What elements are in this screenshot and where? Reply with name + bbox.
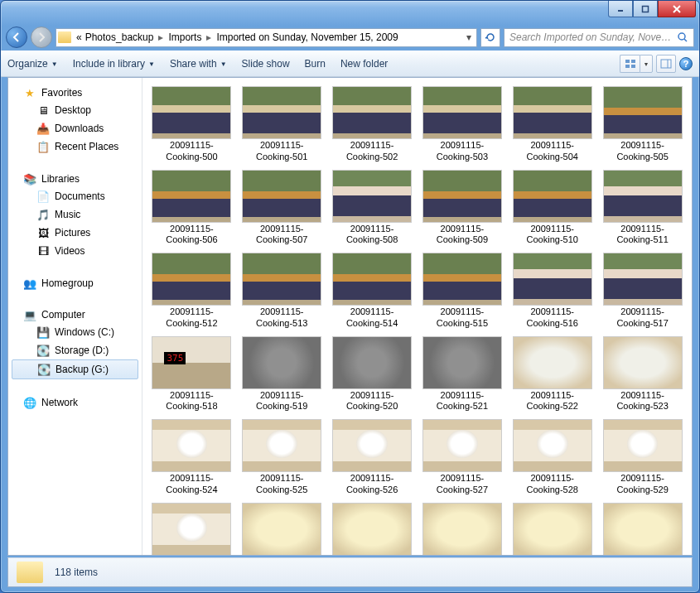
file-thumbnail[interactable]: 20091115-Cooking-500 [147,84,236,165]
thumbnail-image [152,336,231,389]
file-thumbnail[interactable] [147,501,236,556]
share-with-menu[interactable]: Share with▼ [170,58,227,70]
file-thumbnail[interactable]: 20091115-Cooking-522 [508,335,596,415]
thumbnail-label: 20091115-Cooking-506 [152,224,231,247]
organize-menu[interactable]: Organize▼ [7,58,58,70]
file-thumbnail[interactable]: 20091115-Cooking-525 [238,417,326,498]
file-thumbnail[interactable]: 20091115-Cooking-517 [598,251,687,331]
file-thumbnail[interactable]: 20091115-Cooking-505 [598,84,687,165]
thumbnail-image [332,170,412,223]
favorites-header[interactable]: ★Favorites [8,84,142,101]
thumbnail-image [242,336,321,389]
file-thumbnail[interactable]: 20091115-Cooking-509 [418,168,507,248]
sidebar-item-music[interactable]: 🎵Music [8,205,142,224]
file-thumbnail[interactable]: 20091115-Cooking-515 [418,251,507,331]
recent-icon: 📋 [36,140,50,153]
file-thumbnail[interactable] [598,501,687,556]
file-thumbnail[interactable] [508,501,596,556]
network-header[interactable]: 🌐Network [8,394,142,411]
thumbnail-image [513,253,592,306]
file-thumbnail[interactable]: 20091115-Cooking-529 [598,417,687,498]
breadcrumb-item[interactable]: Photos_backup [84,31,156,43]
file-thumbnail[interactable]: 20091115-Cooking-527 [418,417,507,498]
sidebar-item-documents[interactable]: 📄Documents [8,187,142,205]
file-thumbnail[interactable]: 20091115-Cooking-516 [508,251,596,331]
file-thumbnail[interactable]: 20091115-Cooking-523 [598,335,687,415]
close-button[interactable] [658,1,696,17]
forward-button[interactable] [31,27,52,48]
sidebar-item-drive-d[interactable]: 💽Storage (D:) [8,341,142,359]
sidebar-item-pictures[interactable]: 🖼Pictures [8,224,142,242]
file-thumbnail[interactable] [238,501,326,556]
homegroup-icon: 👥 [23,277,36,290]
slideshow-button[interactable]: Slide show [242,58,290,70]
file-thumbnail[interactable]: 20091115-Cooking-502 [328,84,417,165]
view-mode-button[interactable] [620,55,640,73]
file-thumbnail[interactable]: 20091115-Cooking-503 [418,84,507,165]
file-thumbnail[interactable]: 20091115-Cooking-524 [147,417,236,498]
titlebar[interactable] [1,1,699,24]
file-thumbnail[interactable]: 20091115-Cooking-510 [508,168,596,248]
thumbnail-label: 20091115-Cooking-519 [242,390,321,413]
file-thumbnail[interactable]: 20091115-Cooking-518 [147,335,236,415]
sidebar-item-videos[interactable]: 🎞Videos [8,242,142,260]
file-thumbnail[interactable]: 20091115-Cooking-511 [598,168,687,248]
thumbnail-image [332,86,412,139]
sidebar-item-drive-g[interactable]: 💽Backup (G:) [12,359,138,379]
sidebar-item-desktop[interactable]: 🖥Desktop [8,101,142,119]
search-input[interactable]: Search Imported on Sunday, Novembe... [504,28,694,47]
thumbnail-image [332,336,412,389]
file-list-pane[interactable]: 20091115-Cooking-50020091115-Cooking-501… [142,78,692,555]
chevron-right-icon[interactable]: ▸ [203,31,215,43]
include-library-menu[interactable]: Include in library▼ [73,58,155,70]
sidebar-item-downloads[interactable]: 📥Downloads [8,119,142,137]
file-thumbnail[interactable]: 20091115-Cooking-526 [328,417,417,498]
file-thumbnail[interactable]: 20091115-Cooking-528 [508,417,596,498]
burn-button[interactable]: Burn [305,58,326,70]
file-thumbnail[interactable]: 20091115-Cooking-521 [418,335,507,415]
thumbnail-image [513,170,592,223]
file-thumbnail[interactable]: 20091115-Cooking-513 [238,251,326,331]
help-button[interactable]: ? [679,57,693,70]
file-thumbnail[interactable]: 20091115-Cooking-520 [328,335,417,415]
file-thumbnail[interactable] [418,501,507,556]
file-thumbnail[interactable]: 20091115-Cooking-501 [238,84,326,165]
address-dropdown-icon[interactable]: ▾ [463,31,475,43]
file-thumbnail[interactable]: 20091115-Cooking-504 [508,84,596,165]
thumbnail-image [603,170,683,223]
file-thumbnail[interactable]: 20091115-Cooking-519 [238,335,326,415]
new-folder-button[interactable]: New folder [340,58,388,70]
computer-header[interactable]: 💻Computer [8,306,142,323]
file-thumbnail[interactable]: 20091115-Cooking-508 [328,168,417,248]
thumbnail-label: 20091115-Cooking-523 [603,390,683,413]
back-button[interactable] [6,27,27,48]
file-thumbnail[interactable]: 20091115-Cooking-507 [238,168,326,248]
libraries-header[interactable]: 📚Libraries [8,171,142,187]
breadcrumb-item[interactable]: Imported on Sunday, November 15, 2009 [215,31,399,43]
sidebar-item-recent[interactable]: 📋Recent Places [8,137,142,156]
file-thumbnail[interactable]: 20091115-Cooking-514 [328,251,417,331]
chevron-down-icon: ▼ [51,60,58,68]
sidebar-item-drive-c[interactable]: 💾Windows (C:) [8,323,142,341]
file-thumbnail[interactable]: 20091115-Cooking-512 [147,251,236,331]
view-mode-dropdown[interactable]: ▼ [640,55,653,73]
maximize-button[interactable] [633,1,658,17]
address-bar[interactable]: « Photos_backup ▸ Imports ▸ Imported on … [56,28,477,47]
homegroup-header[interactable]: 👥Homegroup [8,275,142,292]
file-thumbnail[interactable] [328,501,417,556]
refresh-button[interactable] [480,28,500,47]
thumbnail-label: 20091115-Cooking-525 [242,473,321,496]
thumbnail-label: 20091115-Cooking-520 [332,390,412,413]
thumbnail-image [513,503,592,556]
breadcrumb-prefix[interactable]: « [75,31,84,43]
thumbnail-label: 20091115-Cooking-522 [513,390,592,413]
thumbnail-label: 20091115-Cooking-509 [422,224,502,247]
thumbnail-label: 20091115-Cooking-518 [152,390,231,413]
minimize-button[interactable] [608,1,633,17]
preview-pane-button[interactable] [656,55,676,73]
chevron-right-icon[interactable]: ▸ [155,31,167,43]
file-thumbnail[interactable]: 20091115-Cooking-506 [147,168,236,248]
libraries-icon: 📚 [23,172,36,186]
item-count-label: 118 items [55,566,98,578]
breadcrumb-item[interactable]: Imports [167,31,203,43]
